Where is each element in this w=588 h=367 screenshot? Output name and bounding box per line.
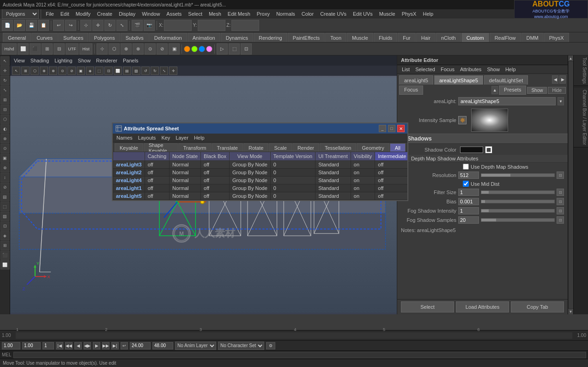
tool4[interactable]: ⊟ [54, 43, 65, 55]
step-back-btn[interactable]: ◀ [74, 342, 82, 349]
vp-view[interactable]: View [14, 58, 25, 63]
sidebar-icon8[interactable]: ◐ [0, 124, 10, 134]
select-btn[interactable]: ⊹ [80, 20, 91, 31]
vp-btn14[interactable]: ▨ [132, 67, 140, 75]
sidebar-icon7[interactable]: ⬡ [0, 115, 10, 124]
menu-edit[interactable]: Edit [58, 11, 72, 17]
tab-fluids[interactable]: Fluids [374, 33, 397, 42]
char-set-select[interactable]: No Character Set [218, 342, 264, 350]
col-header-blackbox[interactable]: Black Box [201, 152, 230, 161]
timeline-bar[interactable]: 1 2 3 4 5 6 [16, 332, 572, 339]
sidebar-icon16[interactable]: ⬚ [0, 202, 10, 211]
snap1[interactable]: ⊹ [97, 43, 108, 55]
module-dropdown[interactable]: Polygons [2, 9, 39, 19]
tab-dynamics[interactable]: Dynamics [221, 33, 253, 42]
popup-tab-translate[interactable]: Translate [212, 143, 243, 152]
char-set-btn[interactable]: ⚙ [266, 342, 275, 349]
menu-edit-uvs[interactable]: Edit UVs [350, 11, 376, 17]
popup-tab-keyable[interactable]: Keyable [115, 143, 143, 152]
shadows-section-header[interactable]: ▼ Shadows [397, 134, 568, 144]
vp-panels[interactable]: Panels [123, 58, 139, 63]
node-tab-arealight5[interactable]: areaLight5 [399, 75, 433, 85]
scroll-thumb[interactable] [569, 61, 573, 308]
hist-btn[interactable]: Hist [79, 43, 92, 55]
menu-edit-mesh[interactable]: Edit Mesh [225, 11, 253, 17]
snap6[interactable]: ⊘ [157, 43, 168, 55]
col-header-uitreatment[interactable]: UI Treatment [315, 152, 351, 161]
sidebar-move-icon[interactable]: ✛ [0, 66, 10, 75]
sidebar-icon14[interactable]: ⊘ [0, 183, 10, 192]
table-row[interactable]: areaLight5 off Normal off Group By Node … [113, 192, 408, 200]
tab-dmm[interactable]: DMM [521, 33, 544, 42]
fog-shadow-samp-reset-btn[interactable]: ⊡ [557, 216, 564, 224]
menu-muscle[interactable]: Muscle [376, 11, 398, 17]
vp-btn3[interactable]: ⬡ [30, 67, 39, 75]
sidebar-icon5[interactable]: ⊞ [0, 95, 10, 104]
tab-curves[interactable]: Curves [31, 33, 58, 42]
popup-menu-layer[interactable]: Layer [175, 135, 189, 141]
tool2[interactable]: ⬛ [30, 43, 41, 55]
vp-btn17[interactable]: ⤡ [160, 67, 168, 75]
tab-painteffects[interactable]: PaintEffects [288, 33, 325, 42]
move-btn[interactable]: ✛ [92, 20, 103, 31]
vp-btn10[interactable]: ⬚ [95, 67, 103, 75]
popup-menu-key[interactable]: Key [160, 135, 171, 141]
focus-btn[interactable]: Focus [399, 86, 423, 95]
vp-btn1[interactable]: ↖ [12, 67, 20, 75]
popup-tab-shape-keyable[interactable]: Shape Keyable [144, 143, 178, 152]
snap5[interactable]: ⊙ [145, 43, 156, 55]
popup-tab-tessellation[interactable]: Tessellation [320, 143, 356, 152]
save-as-btn[interactable]: 📋 [38, 20, 49, 31]
sidebar-icon9[interactable]: ⊗ [0, 134, 10, 143]
render-btn[interactable]: 🎬 [132, 20, 143, 31]
z-input[interactable] [231, 20, 259, 31]
popup-tab-render[interactable]: Render [292, 143, 319, 152]
frame-start-input[interactable] [2, 342, 20, 349]
vp-btn12[interactable]: ⬜ [114, 67, 122, 75]
tool3[interactable]: ⊞ [42, 43, 53, 55]
scale-btn[interactable]: ⤡ [116, 20, 127, 31]
utf-btn[interactable]: UTF [66, 43, 79, 55]
popup-max-btn[interactable]: □ [388, 125, 395, 132]
menu-assets[interactable]: Assets [164, 11, 184, 17]
sidebar-icon22[interactable]: ⬜ [0, 260, 10, 269]
sidebar-icon19[interactable]: ◈ [0, 231, 10, 240]
table-row[interactable]: areaLight2 off Normal off Group By Node … [113, 169, 408, 177]
tab-realflow[interactable]: RealFlow [490, 33, 521, 42]
menu-proxy[interactable]: Proxy [254, 11, 273, 17]
menu-help[interactable]: Help [420, 11, 436, 17]
scroll-down-btn[interactable]: ▼ [568, 309, 574, 314]
menu-mesh[interactable]: Mesh [206, 11, 224, 17]
playback-end-input[interactable] [152, 342, 173, 349]
open-btn[interactable]: 📂 [14, 20, 25, 31]
playback-start-input[interactable] [130, 342, 151, 349]
tab-subdivs[interactable]: Subdivs [121, 33, 149, 42]
sidebar-select-icon[interactable]: ↖ [0, 56, 10, 66]
col-header-caching[interactable]: Caching [145, 152, 169, 161]
copy-tab-btn[interactable]: Copy Tab [511, 301, 564, 312]
tab-rendering[interactable]: Rendering [254, 33, 287, 42]
popup-min-btn[interactable]: _ [379, 125, 386, 132]
popup-tab-geometry[interactable]: Geometry [357, 143, 389, 152]
vp-btn13[interactable]: ▤ [123, 67, 131, 75]
table-row[interactable]: areaLight1 off Normal off Group By Node … [113, 184, 408, 192]
menu-create[interactable]: Create [94, 11, 115, 17]
intensity-icon[interactable]: 🔆 [458, 116, 467, 124]
render2[interactable]: ⬚ [229, 43, 240, 55]
expand-btn[interactable]: ▲ [491, 86, 498, 94]
presets-btn[interactable]: Presets [499, 86, 526, 95]
save-btn[interactable]: 💾 [26, 20, 37, 31]
anim-layer-select[interactable]: No Anim Layer [175, 342, 216, 350]
tool1[interactable]: ⬜ [18, 43, 29, 55]
redo-btn[interactable]: ↪ [65, 20, 76, 31]
loop-btn[interactable]: ↩ [121, 342, 128, 349]
attr-menu-attributes[interactable]: Attributes [459, 66, 482, 73]
arealight-input[interactable] [458, 97, 556, 105]
depth-map-header[interactable]: ▼ Depth Map Shadow Attributes [397, 155, 568, 163]
vp-btn8[interactable]: ▣ [77, 67, 85, 75]
tab-general[interactable]: General [3, 33, 31, 42]
menu-color[interactable]: Color [299, 11, 316, 17]
current-frame-input[interactable] [22, 342, 41, 349]
filter-size-input[interactable] [458, 189, 479, 196]
color2[interactable] [191, 46, 198, 52]
